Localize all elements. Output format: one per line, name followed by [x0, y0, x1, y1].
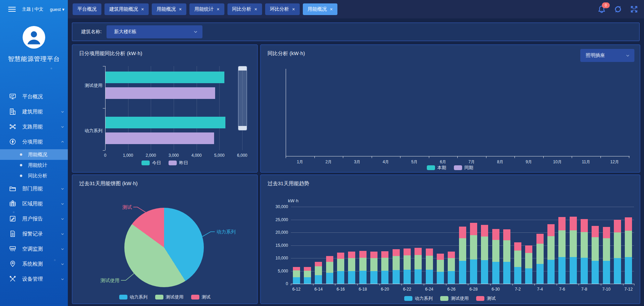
y-tick-label: 0 — [264, 281, 288, 286]
datazoom-slider[interactable] — [238, 66, 247, 130]
sidebar-item-设备管理[interactable]: 设备管理 — [0, 271, 68, 286]
bar-segment-动力系列 — [603, 261, 610, 284]
axis-tick — [457, 156, 458, 158]
legend-item-测试[interactable]: 测试 — [476, 295, 496, 302]
tab-close-icon[interactable]: × — [330, 7, 333, 12]
user-menu[interactable]: guest ▾ — [50, 0, 64, 18]
legend-item-今日[interactable]: 今日 — [141, 160, 161, 166]
sidebar-item-label: 平台概况 — [22, 93, 43, 100]
fullscreen-icon[interactable] — [630, 5, 639, 14]
x-tick-label: 6-26 — [443, 287, 460, 292]
sidebar-item-系统检测[interactable]: 系统检测 — [0, 256, 68, 271]
y-tick-label: 15,000 — [264, 243, 288, 248]
tab-平台概况[interactable]: 平台概况 — [73, 3, 101, 15]
x-tick-label: 8月 — [490, 159, 510, 165]
legend-item-测试使用[interactable]: 测试使用 — [155, 294, 184, 300]
sidebar-item-报警记录[interactable]: 报警记录 — [0, 226, 68, 241]
panel-pie-31days: 过去31天用能饼图 (kW·h) 测试动力系列测试使用动力系列测试使用测试 — [72, 175, 258, 304]
bar-segment-测试使用 — [536, 244, 544, 264]
x-tick-label: 5月 — [404, 159, 425, 165]
bar-segment-测试使用 — [337, 259, 344, 271]
bar-segment-测试 — [293, 267, 300, 270]
tab-用能概况[interactable]: 用能概况× — [152, 3, 186, 15]
building-icon — [9, 108, 16, 115]
chart-legend: 动力系列测试使用测试 — [72, 294, 257, 300]
sidebar-subitem-同比分析[interactable]: 同比分析 — [0, 170, 68, 181]
legend-item-本期[interactable]: 本期 — [427, 165, 446, 171]
device-manage-icon — [9, 275, 16, 283]
tab-close-icon[interactable]: × — [255, 7, 257, 12]
bar-segment-测试使用 — [603, 238, 610, 261]
x-tick-label: 5,000 — [209, 153, 230, 158]
chevron-down-icon — [60, 201, 65, 206]
gridline — [291, 284, 634, 284]
tab-label: 平台概况 — [77, 6, 97, 12]
tab-close-icon[interactable]: × — [292, 7, 295, 12]
bar-segment-测试 — [337, 253, 344, 259]
report-icon — [9, 215, 16, 222]
x-tick-label: 6月 — [433, 159, 453, 165]
bar-segment-测试使用 — [404, 255, 411, 270]
building-select[interactable]: 新大楼E栋 — [107, 25, 202, 38]
bar-segment-测试使用 — [592, 237, 599, 260]
legend-label: 测试使用 — [166, 294, 184, 300]
axis-tick — [629, 156, 629, 158]
hamburger-menu-icon[interactable] — [8, 5, 16, 13]
legend-swatch — [169, 161, 177, 165]
tab-同比分析[interactable]: 同比分析× — [227, 3, 262, 15]
datazoom-handle-top[interactable] — [238, 66, 247, 71]
bar-segment-测试使用 — [326, 262, 333, 273]
legend-item-测试[interactable]: 测试 — [191, 294, 211, 300]
legend-item-动力系列[interactable]: 动力系列 — [404, 295, 433, 302]
legend-item-动力系列[interactable]: 动力系列 — [119, 294, 148, 300]
refresh-icon[interactable] — [613, 4, 623, 14]
bar-segment-测试 — [592, 226, 599, 238]
tab-建筑用能概况[interactable]: 建筑用能概况× — [104, 3, 149, 15]
legend-item-测试使用[interactable]: 测试使用 — [440, 295, 469, 302]
legend-label: 测试使用 — [451, 295, 469, 302]
sidebar-item-支路用能[interactable]: 支路用能 — [0, 119, 68, 134]
tab-用能统计[interactable]: 用能统计× — [189, 3, 224, 15]
axis-tick — [512, 284, 513, 285]
tab-close-icon[interactable]: × — [141, 7, 144, 12]
axis-tick — [543, 156, 544, 158]
region-icon — [9, 200, 16, 207]
x-tick-label: 9月 — [519, 159, 539, 165]
x-tick-label: 6,000 — [232, 153, 252, 158]
tab-close-icon[interactable]: × — [216, 7, 219, 12]
bar-segment-测试 — [603, 227, 610, 238]
datazoom-handle-bottom[interactable] — [238, 126, 247, 130]
panel-yoy-analysis: 同比分析 (kW·h) 照明插座 1月2月3月4月5月6月7月8月9月10月11… — [260, 44, 640, 173]
theme-language-switcher[interactable]: 主题 | 中文 — [22, 6, 44, 12]
bar-segment-测试使用 — [547, 236, 555, 260]
tab-用能概况[interactable]: 用能概况× — [303, 3, 337, 15]
bar-segment-测试 — [514, 242, 521, 251]
sidebar-item-部门用能[interactable]: 部门用能 — [0, 181, 68, 196]
sidebar-item-建筑用能[interactable]: 建筑用能 — [0, 104, 68, 119]
sidebar-item-分项用能[interactable]: 分项用能 — [0, 134, 68, 149]
notification-badge: 0 — [602, 2, 610, 8]
sidebar-item-用户报告[interactable]: 用户报告 — [0, 211, 68, 226]
platform-title: 智慧能源管理平台 — [0, 55, 68, 63]
chevron-down-icon — [625, 53, 630, 58]
legend-label: 测试 — [202, 294, 211, 300]
notification-bell-icon[interactable]: 0 — [597, 5, 606, 14]
sidebar-item-区域用能[interactable]: 区域用能 — [0, 196, 68, 211]
x-tick-label: 12月 — [604, 159, 625, 165]
sidebar-subitem-用能统计[interactable]: 用能统计 — [0, 160, 68, 170]
sidebar-item-空调监测[interactable]: 空调监测 — [0, 241, 68, 256]
tab-close-icon[interactable]: × — [179, 7, 182, 12]
bar-segment-测试 — [381, 251, 388, 258]
legend-item-昨日[interactable]: 昨日 — [169, 160, 188, 166]
bar-segment-动力系列 — [404, 270, 411, 284]
bar-segment-测试 — [481, 225, 488, 237]
legend-item-同期[interactable]: 同期 — [454, 165, 473, 171]
legend-label: 同期 — [465, 165, 473, 171]
sidebar-subitem-用能概况[interactable]: 用能概况 — [0, 149, 68, 160]
sidebar-item-label: 部门用能 — [22, 186, 43, 192]
sidebar-item-平台概况[interactable]: 平台概况 — [0, 89, 68, 104]
category-select[interactable]: 照明插座 — [580, 49, 634, 62]
bullet-icon — [20, 164, 22, 166]
bar-segment-测试使用 — [304, 271, 311, 278]
tab-环比分析[interactable]: 环比分析× — [265, 3, 300, 15]
